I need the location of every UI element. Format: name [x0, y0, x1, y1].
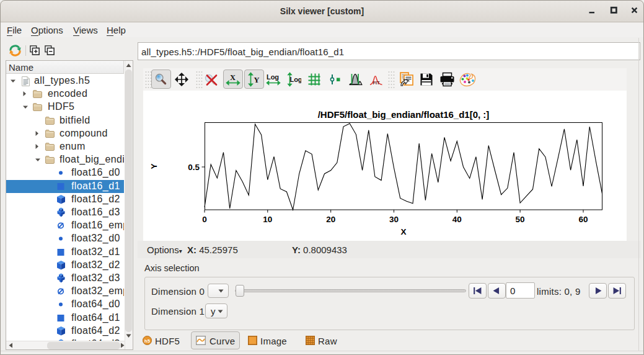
svg-text:60: 60 — [578, 215, 588, 224]
svg-text:10: 10 — [263, 215, 272, 224]
svg-text:Y: Y — [149, 163, 159, 169]
svg-text:20: 20 — [326, 215, 335, 224]
svg-text:0: 0 — [202, 215, 207, 224]
svg-text:Log: Log — [267, 73, 279, 81]
svg-text:h5: h5 — [144, 338, 150, 344]
svg-text:Y: Y — [254, 76, 259, 84]
svg-text:X: X — [229, 73, 235, 82]
svg-text:FIT: FIT — [373, 80, 380, 86]
svg-text:X: X — [400, 227, 406, 236]
svg-text:0.5: 0.5 — [188, 163, 200, 172]
svg-text:50: 50 — [516, 215, 525, 224]
svg-text:/HDF5/float_big_endian/float16: /HDF5/float_big_endian/float16_d1[0, :] — [318, 109, 490, 120]
svg-text:40: 40 — [452, 215, 462, 224]
svg-text:Log: Log — [289, 76, 301, 83]
svg-text:30: 30 — [389, 215, 399, 224]
